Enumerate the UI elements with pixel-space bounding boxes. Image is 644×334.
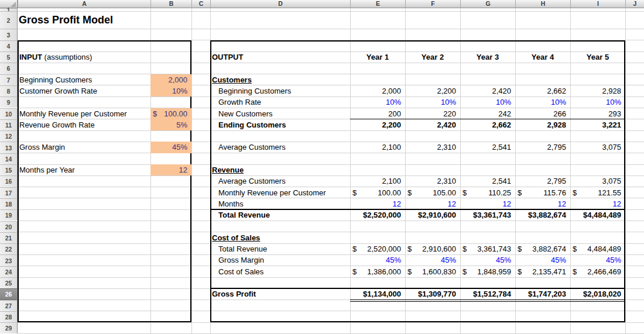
input-value-cell[interactable]: 5%	[150, 119, 191, 130]
row-header-5[interactable]: 5	[0, 51, 18, 63]
output-value-cell[interactable]: 10%	[460, 97, 515, 108]
output-value-cell[interactable]: $2,135,471	[515, 266, 570, 277]
output-value-cell[interactable]: $2,466,469	[570, 266, 625, 277]
output-value-cell[interactable]: $2,018,020	[570, 288, 625, 299]
input-value-cell[interactable]: 10%	[150, 85, 191, 97]
column-header-A[interactable]: A	[18, 0, 150, 8]
output-value-cell[interactable]: $3,882,674	[515, 209, 570, 221]
output-value-cell[interactable]: $3,882,674	[515, 243, 570, 254]
output-value-cell[interactable]: 45%	[350, 254, 405, 266]
row-header-21[interactable]: 21	[0, 232, 18, 243]
output-label-cell[interactable]: Monthly Revenue per Customer	[218, 187, 350, 198]
column-header-F[interactable]: F	[405, 0, 460, 8]
output-value-cell[interactable]: 2,928	[570, 85, 625, 97]
output-value-cell[interactable]: $1,134,000	[350, 288, 405, 299]
column-header-B[interactable]: B	[150, 0, 191, 8]
row-header-2[interactable]: 2	[0, 11, 18, 29]
row-header-12[interactable]: 12	[0, 130, 18, 142]
output-value-cell[interactable]: 12	[460, 198, 515, 209]
output-label-cell[interactable]: Cost of Sales	[212, 232, 350, 243]
output-value-cell[interactable]: 10%	[515, 97, 570, 108]
output-value-cell[interactable]: 2,795	[515, 175, 570, 187]
output-label-cell[interactable]: Cost of Sales	[218, 266, 350, 277]
row-header-10[interactable]: 10	[0, 108, 18, 119]
row-header-6[interactable]: 6	[0, 63, 18, 74]
year-header-cell[interactable]: Year 1	[350, 51, 405, 63]
output-value-cell[interactable]: $3,361,743	[460, 243, 515, 254]
output-value-cell[interactable]: 2,541	[460, 175, 515, 187]
output-value-cell[interactable]: 3,075	[570, 142, 625, 153]
output-value-cell[interactable]: 45%	[570, 254, 625, 266]
column-header-D[interactable]: D	[210, 0, 350, 8]
output-value-cell[interactable]: $2,520,000	[350, 209, 405, 221]
row-header-16[interactable]: 16	[0, 175, 18, 187]
output-value-cell[interactable]: 2,200	[350, 119, 405, 130]
row-header-17[interactable]: 17	[0, 187, 18, 198]
output-label-cell[interactable]: Customers	[212, 74, 350, 85]
year-header-cell[interactable]: Year 2	[405, 51, 460, 63]
output-value-cell[interactable]: 10%	[405, 97, 460, 108]
year-header-cell[interactable]: Year 3	[460, 51, 515, 63]
input-value-cell[interactable]: 2,000	[150, 74, 191, 85]
column-header-E[interactable]: E	[350, 0, 405, 8]
output-value-cell[interactable]: 45%	[405, 254, 460, 266]
row-header-19[interactable]: 19	[0, 209, 18, 221]
output-value-cell[interactable]: $4,484,489	[570, 243, 625, 254]
row-header-27[interactable]: 27	[0, 300, 18, 311]
output-value-cell[interactable]: $2,520,000	[350, 243, 405, 254]
input-label-cell[interactable]: Beginning Customers	[19, 74, 150, 85]
input-label-cell[interactable]: Customer Growth Rate	[19, 85, 150, 97]
output-value-cell[interactable]: 2,662	[460, 119, 515, 130]
output-value-cell[interactable]: $110.25	[460, 187, 515, 198]
output-value-cell[interactable]: $121.55	[570, 187, 625, 198]
output-value-cell[interactable]: 2,310	[405, 142, 460, 153]
output-value-cell[interactable]: 2,795	[515, 142, 570, 153]
output-value-cell[interactable]: 2,100	[350, 175, 405, 187]
output-value-cell[interactable]: 12	[570, 198, 625, 209]
output-value-cell[interactable]: $1,512,784	[460, 288, 515, 299]
input-label-cell[interactable]: Revenue Growth Rate	[19, 119, 150, 130]
output-value-cell[interactable]: 45%	[515, 254, 570, 266]
output-value-cell[interactable]: 12	[515, 198, 570, 209]
output-value-cell[interactable]: 2,100	[350, 142, 405, 153]
output-label-cell[interactable]: Average Customers	[218, 142, 350, 153]
output-value-cell[interactable]: 2,420	[405, 119, 460, 130]
year-header-cell[interactable]: Year 5	[570, 51, 625, 63]
output-label-cell[interactable]: Gross Margin	[218, 254, 350, 266]
output-label-cell[interactable]: Growth Rate	[218, 97, 350, 108]
row-header-22[interactable]: 22	[0, 243, 18, 254]
output-value-cell[interactable]: $1,747,203	[515, 288, 570, 299]
output-value-cell[interactable]: $1,848,959	[460, 266, 515, 277]
sheet-title-cell[interactable]: Gross Profit Model	[18, 11, 170, 29]
output-value-cell[interactable]: $3,361,743	[460, 209, 515, 221]
output-value-cell[interactable]: $105.00	[405, 187, 460, 198]
output-value-cell[interactable]: 45%	[460, 254, 515, 266]
output-value-cell[interactable]: 2,541	[460, 142, 515, 153]
output-value-cell[interactable]: 2,000	[350, 85, 405, 97]
column-header-H[interactable]: H	[515, 0, 570, 8]
output-value-cell[interactable]: 3,075	[570, 175, 625, 187]
output-value-cell[interactable]: 200	[350, 108, 405, 119]
output-label-cell[interactable]: Average Customers	[218, 175, 350, 187]
output-label-cell[interactable]: Gross Profit	[212, 288, 350, 299]
row-header-3[interactable]: 3	[0, 29, 18, 40]
output-label-cell[interactable]: New Customers	[218, 108, 350, 119]
output-section-header-cell[interactable]: OUTPUT	[212, 51, 350, 63]
output-value-cell[interactable]: $1,600,830	[405, 266, 460, 277]
output-value-cell[interactable]: 10%	[570, 97, 625, 108]
output-value-cell[interactable]: 266	[515, 108, 570, 119]
output-label-cell[interactable]: Ending Customers	[218, 119, 350, 130]
column-header-C[interactable]: C	[191, 0, 210, 8]
column-header-I[interactable]: I	[570, 0, 625, 8]
row-header-20[interactable]: 20	[0, 221, 18, 232]
output-value-cell[interactable]: 2,420	[460, 85, 515, 97]
row-header-26[interactable]: 26	[0, 288, 18, 299]
output-value-cell[interactable]: 12	[405, 198, 460, 209]
output-value-cell[interactable]: 293	[570, 108, 625, 119]
row-header-14[interactable]: 14	[0, 153, 18, 164]
output-value-cell[interactable]: $2,910,600	[405, 209, 460, 221]
row-header-4[interactable]: 4	[0, 40, 18, 51]
output-value-cell[interactable]: $100.00	[350, 187, 405, 198]
output-value-cell[interactable]: 2,200	[405, 85, 460, 97]
input-label-cell[interactable]: Monthly Revenue per Customer	[19, 108, 150, 119]
